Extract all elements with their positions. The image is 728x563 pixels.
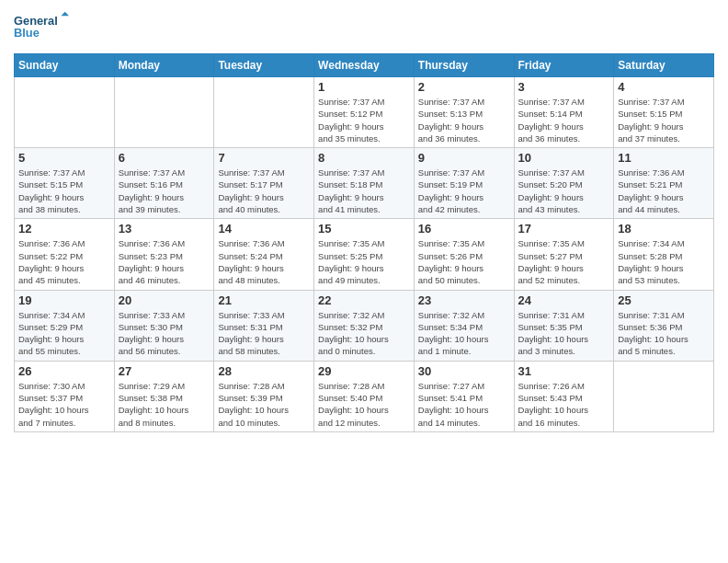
day-info: Sunrise: 7:37 AM Sunset: 5:20 PM Dayligh… [518, 167, 610, 215]
day-cell: 19Sunrise: 7:34 AM Sunset: 5:29 PM Dayli… [15, 290, 115, 361]
day-cell: 30Sunrise: 7:27 AM Sunset: 5:41 PM Dayli… [414, 361, 514, 431]
week-row-1: 1Sunrise: 7:37 AM Sunset: 5:12 PM Daylig… [15, 77, 714, 148]
day-number: 31 [518, 364, 610, 378]
weekday-header-monday: Monday [114, 54, 214, 77]
day-cell: 10Sunrise: 7:37 AM Sunset: 5:20 PM Dayli… [514, 148, 614, 219]
day-number: 3 [518, 80, 610, 94]
calendar-page: General Blue SundayMondayTuesdayWednesda… [0, 0, 728, 563]
day-info: Sunrise: 7:35 AM Sunset: 5:25 PM Dayligh… [318, 237, 410, 286]
day-info: Sunrise: 7:37 AM Sunset: 5:13 PM Dayligh… [418, 96, 510, 144]
day-number: 8 [318, 151, 410, 165]
day-info: Sunrise: 7:36 AM Sunset: 5:24 PM Dayligh… [218, 237, 310, 286]
day-cell: 11Sunrise: 7:36 AM Sunset: 5:21 PM Dayli… [614, 148, 714, 219]
day-info: Sunrise: 7:31 AM Sunset: 5:35 PM Dayligh… [518, 309, 610, 358]
day-info: Sunrise: 7:33 AM Sunset: 5:30 PM Dayligh… [119, 309, 210, 358]
day-number: 7 [218, 151, 310, 165]
day-cell: 25Sunrise: 7:31 AM Sunset: 5:36 PM Dayli… [614, 290, 714, 361]
logo-svg: General Blue [14, 9, 69, 46]
day-info: Sunrise: 7:37 AM Sunset: 5:15 PM Dayligh… [18, 167, 110, 215]
day-cell: 1Sunrise: 7:37 AM Sunset: 5:12 PM Daylig… [314, 77, 415, 148]
day-number: 15 [318, 222, 410, 236]
weekday-header-thursday: Thursday [414, 54, 514, 77]
day-info: Sunrise: 7:37 AM Sunset: 5:15 PM Dayligh… [618, 96, 710, 144]
day-info: Sunrise: 7:29 AM Sunset: 5:38 PM Dayligh… [119, 380, 210, 429]
week-row-5: 26Sunrise: 7:30 AM Sunset: 5:37 PM Dayli… [15, 361, 714, 431]
day-cell: 22Sunrise: 7:32 AM Sunset: 5:32 PM Dayli… [314, 290, 415, 361]
weekday-header-saturday: Saturday [614, 54, 714, 77]
day-cell: 21Sunrise: 7:33 AM Sunset: 5:31 PM Dayli… [214, 290, 314, 361]
day-cell: 28Sunrise: 7:28 AM Sunset: 5:39 PM Dayli… [214, 361, 314, 431]
day-number: 5 [18, 151, 110, 165]
day-cell: 18Sunrise: 7:34 AM Sunset: 5:28 PM Dayli… [614, 219, 714, 290]
day-number: 2 [418, 80, 510, 94]
day-cell: 12Sunrise: 7:36 AM Sunset: 5:22 PM Dayli… [15, 219, 115, 290]
day-number: 13 [119, 222, 210, 236]
weekday-header-row: SundayMondayTuesdayWednesdayThursdayFrid… [15, 54, 714, 77]
day-cell: 8Sunrise: 7:37 AM Sunset: 5:18 PM Daylig… [314, 148, 415, 219]
day-number: 24 [518, 293, 610, 307]
day-cell: 26Sunrise: 7:30 AM Sunset: 5:37 PM Dayli… [15, 361, 115, 431]
week-row-3: 12Sunrise: 7:36 AM Sunset: 5:22 PM Dayli… [15, 219, 714, 290]
day-number: 10 [518, 151, 610, 165]
svg-text:Blue: Blue [14, 26, 40, 40]
week-row-4: 19Sunrise: 7:34 AM Sunset: 5:29 PM Dayli… [15, 290, 714, 361]
day-info: Sunrise: 7:32 AM Sunset: 5:34 PM Dayligh… [418, 309, 510, 358]
day-info: Sunrise: 7:36 AM Sunset: 5:21 PM Dayligh… [618, 167, 710, 215]
day-cell: 5Sunrise: 7:37 AM Sunset: 5:15 PM Daylig… [15, 148, 115, 219]
day-info: Sunrise: 7:27 AM Sunset: 5:41 PM Dayligh… [418, 380, 510, 429]
day-info: Sunrise: 7:28 AM Sunset: 5:40 PM Dayligh… [318, 380, 410, 429]
day-cell: 17Sunrise: 7:35 AM Sunset: 5:27 PM Dayli… [514, 219, 614, 290]
day-info: Sunrise: 7:31 AM Sunset: 5:36 PM Dayligh… [618, 309, 710, 358]
weekday-header-friday: Friday [514, 54, 614, 77]
day-info: Sunrise: 7:34 AM Sunset: 5:29 PM Dayligh… [18, 309, 110, 358]
day-cell: 24Sunrise: 7:31 AM Sunset: 5:35 PM Dayli… [514, 290, 614, 361]
day-number: 22 [318, 293, 410, 307]
day-cell: 7Sunrise: 7:37 AM Sunset: 5:17 PM Daylig… [214, 148, 314, 219]
day-info: Sunrise: 7:36 AM Sunset: 5:22 PM Dayligh… [18, 237, 110, 286]
day-number: 29 [318, 364, 410, 378]
day-number: 28 [218, 364, 310, 378]
day-number: 11 [618, 151, 710, 165]
day-number: 19 [18, 293, 110, 307]
day-info: Sunrise: 7:37 AM Sunset: 5:17 PM Dayligh… [218, 167, 310, 215]
day-number: 23 [418, 293, 510, 307]
header: General Blue [14, 9, 714, 46]
day-number: 4 [618, 80, 710, 94]
day-cell: 20Sunrise: 7:33 AM Sunset: 5:30 PM Dayli… [114, 290, 214, 361]
logo: General Blue [14, 9, 69, 46]
day-info: Sunrise: 7:35 AM Sunset: 5:27 PM Dayligh… [518, 237, 610, 286]
day-info: Sunrise: 7:37 AM Sunset: 5:12 PM Dayligh… [318, 96, 410, 144]
day-cell: 4Sunrise: 7:37 AM Sunset: 5:15 PM Daylig… [614, 77, 714, 148]
day-info: Sunrise: 7:37 AM Sunset: 5:16 PM Dayligh… [119, 167, 210, 215]
day-cell: 6Sunrise: 7:37 AM Sunset: 5:16 PM Daylig… [114, 148, 214, 219]
day-number: 25 [618, 293, 710, 307]
day-info: Sunrise: 7:36 AM Sunset: 5:23 PM Dayligh… [119, 237, 210, 286]
day-cell: 31Sunrise: 7:26 AM Sunset: 5:43 PM Dayli… [514, 361, 614, 431]
day-cell [15, 77, 115, 148]
day-info: Sunrise: 7:34 AM Sunset: 5:28 PM Dayligh… [618, 237, 710, 286]
day-cell: 29Sunrise: 7:28 AM Sunset: 5:40 PM Dayli… [314, 361, 415, 431]
day-number: 21 [218, 293, 310, 307]
day-number: 6 [119, 151, 210, 165]
day-info: Sunrise: 7:37 AM Sunset: 5:14 PM Dayligh… [518, 96, 610, 144]
day-info: Sunrise: 7:35 AM Sunset: 5:26 PM Dayligh… [418, 237, 510, 286]
weekday-header-sunday: Sunday [15, 54, 115, 77]
day-info: Sunrise: 7:26 AM Sunset: 5:43 PM Dayligh… [518, 380, 610, 429]
day-cell [114, 77, 214, 148]
day-cell [614, 361, 714, 431]
day-number: 27 [119, 364, 210, 378]
day-info: Sunrise: 7:32 AM Sunset: 5:32 PM Dayligh… [318, 309, 410, 358]
weekday-header-wednesday: Wednesday [314, 54, 415, 77]
day-number: 26 [18, 364, 110, 378]
day-info: Sunrise: 7:37 AM Sunset: 5:19 PM Dayligh… [418, 167, 510, 215]
weekday-header-tuesday: Tuesday [214, 54, 314, 77]
day-cell: 13Sunrise: 7:36 AM Sunset: 5:23 PM Dayli… [114, 219, 214, 290]
day-cell: 14Sunrise: 7:36 AM Sunset: 5:24 PM Dayli… [214, 219, 314, 290]
calendar-table: SundayMondayTuesdayWednesdayThursdayFrid… [14, 53, 714, 432]
day-number: 20 [119, 293, 210, 307]
week-row-2: 5Sunrise: 7:37 AM Sunset: 5:15 PM Daylig… [15, 148, 714, 219]
day-number: 14 [218, 222, 310, 236]
day-info: Sunrise: 7:33 AM Sunset: 5:31 PM Dayligh… [218, 309, 310, 358]
day-cell: 16Sunrise: 7:35 AM Sunset: 5:26 PM Dayli… [414, 219, 514, 290]
day-cell: 9Sunrise: 7:37 AM Sunset: 5:19 PM Daylig… [414, 148, 514, 219]
